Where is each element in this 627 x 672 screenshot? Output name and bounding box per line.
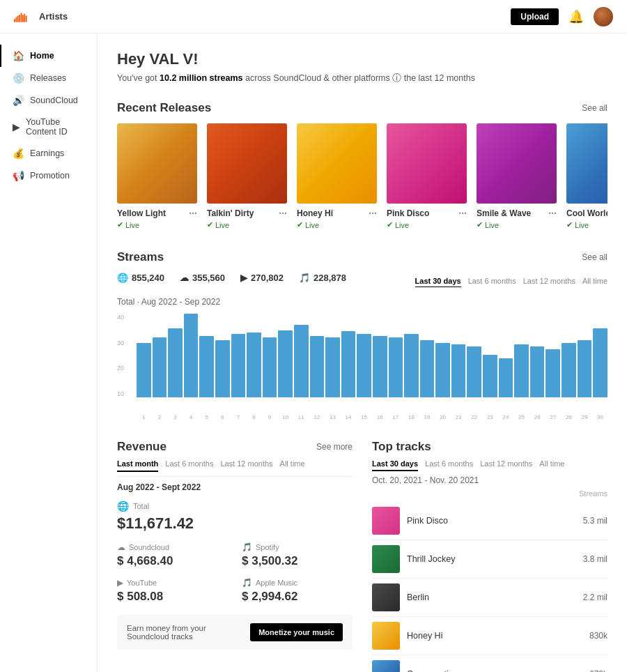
main-layout: 🏠Home💿Releases🔊SoundCloud▶YouTube Conten… — [0, 33, 627, 672]
release-item[interactable]: Yellow Light ··· ✔ Live — [117, 123, 197, 229]
stream-platform-icon: 🎵 — [299, 273, 310, 283]
revenue-item: ▶ YouTube $ 508.08 — [117, 578, 228, 604]
chart-bar[interactable] — [341, 331, 356, 397]
chart-bar[interactable] — [404, 334, 419, 397]
chart-bar[interactable] — [467, 346, 481, 397]
track-item[interactable]: Thrill Jockey 3.8 mil — [372, 540, 607, 579]
streams-filter-btn[interactable]: All time — [582, 275, 607, 287]
svg-rect-2 — [17, 15, 19, 22]
sidebar-item-earnings[interactable]: 💰Earnings — [0, 142, 97, 165]
chart-bar[interactable] — [389, 337, 403, 397]
streams-filter-btn[interactable]: Last 30 days — [415, 275, 461, 287]
release-item[interactable]: Cool World ··· ✔ Live — [566, 123, 607, 229]
revenue-filters: Last monthLast 6 monthsLast 12 monthsAll… — [117, 459, 353, 477]
x-axis-label: 30 — [593, 414, 607, 420]
svg-rect-4 — [21, 13, 22, 22]
releases-see-all[interactable]: See all — [582, 103, 607, 113]
chart-bar[interactable] — [357, 334, 371, 397]
tracks-filter-btn[interactable]: Last 30 days — [372, 459, 418, 471]
tracks-filter-btn[interactable]: All time — [539, 459, 564, 471]
stream-total-item: 🌐855,240 — [117, 273, 164, 283]
chart-bar[interactable] — [294, 325, 309, 397]
streams-col-label: Streams — [579, 489, 607, 498]
chart-bar[interactable] — [231, 334, 246, 397]
rev-item-header: ☁ Soundcloud — [117, 542, 228, 552]
chart-bar[interactable] — [153, 337, 167, 397]
tracks-filter-btn[interactable]: Last 12 months — [480, 459, 532, 471]
notifications-icon[interactable]: 🔔 — [568, 9, 584, 24]
x-axis-label: 15 — [357, 414, 371, 420]
release-item[interactable]: Pink Disco ··· ✔ Live — [387, 123, 467, 229]
chart-bar[interactable] — [499, 358, 513, 397]
chart-bar[interactable] — [168, 328, 183, 397]
track-art — [372, 660, 400, 672]
chart-bar[interactable] — [451, 344, 466, 397]
track-item[interactable]: Pink Disco 5.3 mil — [372, 502, 607, 540]
chart-bar[interactable] — [435, 343, 450, 397]
release-item[interactable]: Smile & Wave ··· ✔ Live — [477, 123, 557, 229]
track-streams: 3.8 mil — [583, 554, 607, 564]
tracks-filter-btn[interactable]: Last 6 months — [425, 459, 473, 471]
rev-item-header: 🎵 Spotify — [242, 542, 353, 552]
track-art — [372, 507, 400, 535]
chart-bar[interactable] — [325, 337, 340, 397]
track-item[interactable]: Honey Hi 830k — [372, 617, 607, 655]
streams-filter-btn[interactable]: Last 6 months — [468, 275, 516, 287]
chart-bar[interactable] — [199, 336, 214, 397]
soundcloud-logo-icon — [14, 11, 35, 22]
chart-bar[interactable] — [530, 346, 545, 397]
chart-bar[interactable] — [215, 340, 230, 397]
chart-bar[interactable] — [545, 349, 560, 397]
track-item[interactable]: Berlin 2.2 mil — [372, 579, 607, 617]
sidebar-item-home[interactable]: 🏠Home — [0, 45, 97, 67]
chart-bar[interactable] — [483, 355, 497, 397]
streams-section: Streams See all 🌐855,240☁355,560▶270,802… — [117, 250, 607, 420]
release-more-btn[interactable]: ··· — [189, 208, 197, 219]
streams-filter-btn[interactable]: Last 12 months — [523, 275, 575, 287]
chart-bar[interactable] — [562, 343, 576, 397]
monetize-button[interactable]: Monetize your music — [250, 623, 343, 641]
chart-bar[interactable] — [310, 336, 325, 397]
chart-bar[interactable] — [420, 340, 435, 397]
track-item[interactable]: Conversations 670k — [372, 655, 607, 672]
stream-value: 228,878 — [314, 273, 346, 283]
chart-bar[interactable] — [184, 314, 199, 397]
chart-bar[interactable] — [278, 330, 293, 397]
revenue-filter-btn[interactable]: All time — [280, 459, 305, 472]
avatar[interactable] — [594, 7, 613, 26]
track-streams: 2.2 mil — [583, 593, 607, 602]
x-axis-label: 13 — [325, 414, 340, 420]
streams-see-all[interactable]: See all — [582, 252, 607, 262]
svg-rect-1 — [15, 17, 17, 22]
chart-bar[interactable] — [578, 340, 592, 397]
chart-bar[interactable] — [137, 343, 151, 397]
release-more-btn[interactable]: ··· — [369, 208, 377, 219]
x-axis-label: 4 — [184, 414, 199, 420]
release-item[interactable]: Talkin' Dirty ··· ✔ Live — [207, 123, 287, 229]
revenue-filter-btn[interactable]: Last 12 months — [220, 459, 272, 472]
sidebar-item-youtube[interactable]: ▶YouTube Content ID — [0, 112, 97, 142]
track-art — [372, 545, 400, 573]
release-more-btn[interactable]: ··· — [458, 208, 467, 219]
stream-platform-icon: ☁ — [180, 273, 189, 283]
revenue-filter-btn[interactable]: Last 6 months — [165, 459, 213, 472]
rev-platform-label: Spotify — [256, 543, 279, 551]
release-status: ✔ Live — [117, 220, 197, 229]
revenue-title: Revenue — [117, 440, 167, 454]
sidebar-item-promotion[interactable]: 📢Promotion — [0, 165, 97, 187]
svg-rect-0 — [14, 19, 15, 22]
streams-filters: Last 30 daysLast 6 monthsLast 12 monthsA… — [415, 275, 607, 287]
chart-bar[interactable] — [373, 336, 387, 397]
release-item[interactable]: Honey Hi ··· ✔ Live — [297, 123, 377, 229]
revenue-see-more[interactable]: See more — [316, 442, 353, 452]
chart-bar[interactable] — [593, 328, 607, 397]
sidebar-item-soundcloud[interactable]: 🔊SoundCloud — [0, 89, 97, 112]
upload-button[interactable]: Upload — [511, 8, 559, 25]
chart-bar[interactable] — [263, 337, 277, 397]
revenue-filter-btn[interactable]: Last month — [117, 459, 158, 472]
release-more-btn[interactable]: ··· — [279, 208, 287, 219]
chart-bar[interactable] — [514, 344, 529, 397]
release-more-btn[interactable]: ··· — [548, 208, 557, 219]
chart-bar[interactable] — [247, 333, 261, 397]
sidebar-item-releases[interactable]: 💿Releases — [0, 67, 97, 89]
